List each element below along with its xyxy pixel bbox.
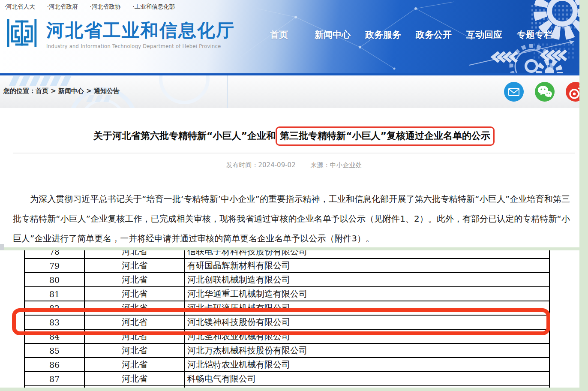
nav-item-1[interactable]: 新闻中心	[315, 29, 351, 41]
site-title: 河北省工业和信息化厅	[46, 21, 235, 40]
attachment-edge-bottom	[0, 388, 588, 391]
top-link-1[interactable]: ·河北省政府	[47, 3, 78, 11]
breadcrumb-bar: 您的位置：首页 > 新闻中心 > 通知公告	[0, 75, 588, 108]
site-logo-block: 河北省工业和信息化厅 Industry and Information Tech…	[7, 17, 235, 49]
nav-item-5[interactable]: 专题专栏	[517, 29, 553, 41]
email-share-button[interactable]	[504, 82, 524, 102]
cell-number: 86	[24, 358, 84, 372]
social-buttons	[504, 82, 585, 102]
cell-number: 85	[24, 343, 84, 358]
cell-company: 河北创联机械制造有限公司	[185, 273, 549, 287]
cell-province: 河北省	[84, 259, 185, 273]
table-row: 87 河北省 科畅电气有限公司	[24, 372, 549, 386]
row-highlight-annotation	[12, 308, 550, 335]
cell-province: 河北省	[84, 343, 185, 358]
nav-item-4[interactable]: 互动回应	[466, 29, 502, 41]
header-divider-line	[0, 73, 588, 75]
gear-outline-icon	[511, 46, 552, 73]
hebei-miit-logo-icon	[7, 17, 37, 49]
cell-province: 河北省	[84, 358, 185, 372]
table-row: 86 河北省 河北铠特农业机械有限公司	[24, 358, 549, 372]
cell-province: 河北省	[84, 372, 185, 386]
cell-number: 80	[24, 273, 84, 287]
top-link-2[interactable]: ·河北省政协	[90, 3, 121, 11]
source: 来源：中小企业处	[310, 161, 362, 169]
chevron-left-icon	[493, 52, 517, 62]
cell-company: 河北万杰机械科技股份有限公司	[185, 343, 549, 358]
cell-number: 87	[24, 372, 84, 386]
cell-company: 有研国晶辉新材料有限公司	[185, 259, 549, 273]
site-header: ·河北省人大·河北省政府·河北省政协·工业和信息化部 河北省工业和信息化厅 In…	[0, 0, 588, 73]
cell-company: 河北铠特农业机械有限公司	[185, 358, 549, 372]
chevron-left-icon	[542, 51, 566, 60]
article-title-part1: 关于河北省第六批专精特新“小巨人”企业和	[93, 130, 276, 141]
email-icon	[504, 82, 524, 102]
cell-number: 81	[24, 287, 84, 301]
article-meta: 发布时间：2024-09-02 来源：中小企业处	[0, 161, 588, 169]
cell-company: 河北华通重工机械制造有限公司	[185, 287, 549, 301]
breadcrumb: 您的位置：首页 > 新闻中心 > 通知公告	[3, 87, 120, 95]
dot-grid-pattern	[531, 6, 576, 27]
article-paragraph: 为深入贯彻习近平总书记关于“培育一批‘专精特新’中小企业”的重要指示精神，工业和…	[13, 189, 570, 248]
table-row: 81 河北省 河北华通重工机械制造有限公司	[24, 287, 549, 301]
wechat-share-button[interactable]	[535, 82, 555, 102]
cell-number: 79	[24, 259, 84, 273]
cell-province: 河北省	[84, 273, 185, 287]
page: ·河北省人大·河北省政府·河北省政协·工业和信息化部 河北省工业和信息化厅 In…	[0, 0, 588, 391]
nav-item-2[interactable]: 政务服务	[365, 29, 401, 41]
article-title: 关于河北省第六批专精特新“小巨人”企业和第三批专精特新“小巨人”复核通过企业名单…	[0, 129, 588, 143]
table-row: 85 河北省 河北万杰机械科技股份有限公司	[24, 343, 549, 358]
table-row: 80 河北省 河北创联机械制造有限公司	[24, 273, 549, 287]
cell-company: 信联电子材料科技股份有限公司	[185, 250, 549, 259]
breadcrumb-label: 您的位置：	[3, 87, 36, 95]
gear-small-icon	[539, 62, 560, 73]
publish-time: 发布时间：2024-09-02	[226, 161, 296, 169]
top-link-3[interactable]: ·工业和信息化部	[132, 3, 175, 11]
breadcrumb-path[interactable]: 首页 > 新闻中心 > 通知公告	[36, 87, 120, 95]
table-row: 79 河北省 有研国晶辉新材料有限公司	[24, 259, 549, 273]
site-subtitle: Industry and Information Technology Depa…	[46, 43, 235, 49]
top-link-bar: ·河北省人大·河北省政府·河北省政协·工业和信息化部	[4, 3, 175, 11]
attachment-edge-top	[0, 247, 588, 250]
scrollbar-notch	[0, 244, 4, 250]
article-title-part2: 第三批专精特新“小巨人”复核通过企业名单的公示	[280, 130, 490, 141]
title-divider	[13, 153, 575, 153]
title-highlight-box: 第三批专精特新“小巨人”复核通过企业名单的公示	[276, 126, 495, 146]
table-row: 78 河北省 信联电子材料科技股份有限公司	[24, 250, 549, 259]
wechat-icon	[535, 82, 555, 102]
cell-company: 科畅电气有限公司	[185, 372, 549, 386]
page-edge-right	[579, 0, 588, 391]
cell-number: 78	[24, 250, 84, 259]
main-nav: 首页新闻中心政务服务政务公开互动回应专题专栏	[270, 29, 553, 41]
top-link-0[interactable]: ·河北省人大	[4, 3, 35, 11]
cell-province: 河北省	[84, 287, 185, 301]
nav-item-3[interactable]: 政务公开	[416, 29, 452, 41]
cell-province: 河北省	[84, 250, 185, 259]
nav-item-0[interactable]: 首页	[270, 29, 288, 41]
